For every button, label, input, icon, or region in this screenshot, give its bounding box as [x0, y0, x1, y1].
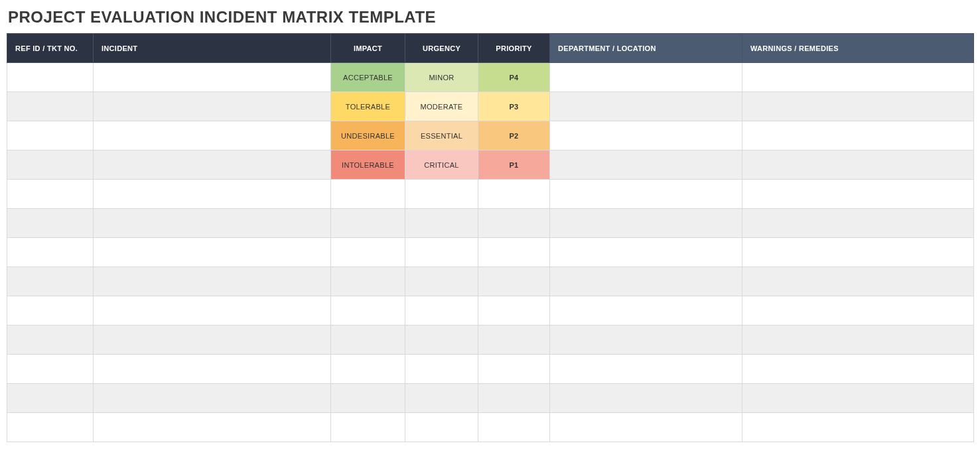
cell-ref[interactable] [7, 121, 94, 150]
col-incident: INCIDENT [94, 34, 331, 63]
cell-incident[interactable] [94, 355, 331, 384]
cell-impact[interactable] [331, 209, 405, 238]
cell-impact[interactable] [331, 326, 405, 355]
cell-ref[interactable] [7, 209, 94, 238]
cell-priority[interactable] [478, 413, 550, 442]
cell-department[interactable] [550, 384, 742, 413]
cell-impact[interactable] [331, 180, 405, 209]
cell-priority[interactable] [478, 267, 550, 296]
cell-incident[interactable] [94, 209, 331, 238]
cell-warnings[interactable] [742, 384, 974, 413]
cell-warnings[interactable] [742, 296, 974, 326]
cell-priority[interactable] [478, 209, 550, 238]
cell-ref[interactable] [7, 238, 94, 267]
cell-department[interactable] [550, 180, 742, 209]
cell-department[interactable] [550, 267, 742, 296]
cell-impact[interactable]: INTOLERABLE [331, 150, 405, 180]
cell-warnings[interactable] [742, 92, 974, 121]
cell-ref[interactable] [7, 296, 94, 326]
cell-priority[interactable] [478, 296, 550, 326]
cell-priority[interactable] [478, 355, 550, 384]
cell-ref[interactable] [7, 355, 94, 384]
cell-urgency[interactable] [405, 180, 478, 209]
cell-warnings[interactable] [742, 326, 974, 355]
cell-impact[interactable] [331, 355, 405, 384]
cell-department[interactable] [550, 326, 742, 355]
cell-department[interactable] [550, 121, 742, 150]
col-department: DEPARTMENT / LOCATION [550, 34, 742, 63]
cell-impact[interactable] [331, 267, 405, 296]
cell-incident[interactable] [94, 121, 331, 150]
cell-incident[interactable] [94, 150, 331, 180]
cell-department[interactable] [550, 355, 742, 384]
cell-urgency[interactable] [405, 209, 478, 238]
cell-ref[interactable] [7, 326, 94, 355]
cell-priority[interactable]: P4 [478, 63, 550, 92]
cell-urgency[interactable]: MODERATE [405, 92, 478, 121]
table-row: ACCEPTABLEMINORP4 [7, 63, 974, 92]
cell-ref[interactable] [7, 180, 94, 209]
cell-priority[interactable] [478, 238, 550, 267]
cell-warnings[interactable] [742, 209, 974, 238]
cell-urgency[interactable] [405, 238, 478, 267]
cell-warnings[interactable] [742, 63, 974, 92]
cell-department[interactable] [550, 92, 742, 121]
table-row [7, 180, 974, 209]
cell-incident[interactable] [94, 296, 331, 326]
table-row: INTOLERABLECRITICALP1 [7, 150, 974, 180]
cell-ref[interactable] [7, 267, 94, 296]
cell-incident[interactable] [94, 92, 331, 121]
col-priority: PRIORITY [478, 34, 550, 63]
cell-department[interactable] [550, 63, 742, 92]
cell-warnings[interactable] [742, 150, 974, 180]
cell-warnings[interactable] [742, 238, 974, 267]
cell-impact[interactable] [331, 238, 405, 267]
cell-incident[interactable] [94, 326, 331, 355]
cell-ref[interactable] [7, 413, 94, 442]
cell-urgency[interactable]: ESSENTIAL [405, 121, 478, 150]
cell-priority[interactable] [478, 180, 550, 209]
cell-warnings[interactable] [742, 355, 974, 384]
cell-department[interactable] [550, 413, 742, 442]
cell-priority[interactable]: P3 [478, 92, 550, 121]
cell-impact[interactable]: TOLERABLE [331, 92, 405, 121]
table-row [7, 413, 974, 442]
cell-department[interactable] [550, 209, 742, 238]
cell-incident[interactable] [94, 63, 331, 92]
cell-department[interactable] [550, 296, 742, 326]
cell-priority[interactable]: P2 [478, 121, 550, 150]
cell-incident[interactable] [94, 413, 331, 442]
cell-urgency[interactable] [405, 296, 478, 326]
cell-department[interactable] [550, 150, 742, 180]
cell-urgency[interactable]: CRITICAL [405, 150, 478, 180]
cell-urgency[interactable] [405, 355, 478, 384]
cell-warnings[interactable] [742, 413, 974, 442]
cell-ref[interactable] [7, 150, 94, 180]
cell-warnings[interactable] [742, 121, 974, 150]
cell-department[interactable] [550, 238, 742, 267]
cell-ref[interactable] [7, 384, 94, 413]
cell-urgency[interactable] [405, 384, 478, 413]
cell-impact[interactable]: ACCEPTABLE [331, 63, 405, 92]
cell-urgency[interactable] [405, 267, 478, 296]
cell-urgency[interactable] [405, 326, 478, 355]
cell-ref[interactable] [7, 92, 94, 121]
cell-impact[interactable] [331, 413, 405, 442]
cell-impact[interactable] [331, 296, 405, 326]
table-row: TOLERABLEMODERATEP3 [7, 92, 974, 121]
cell-priority[interactable] [478, 384, 550, 413]
cell-warnings[interactable] [742, 180, 974, 209]
table-row [7, 238, 974, 267]
cell-incident[interactable] [94, 384, 331, 413]
cell-impact[interactable]: UNDESIRABLE [331, 121, 405, 150]
cell-priority[interactable]: P1 [478, 150, 550, 180]
cell-urgency[interactable]: MINOR [405, 63, 478, 92]
cell-incident[interactable] [94, 238, 331, 267]
cell-incident[interactable] [94, 267, 331, 296]
cell-warnings[interactable] [742, 267, 974, 296]
cell-priority[interactable] [478, 326, 550, 355]
cell-incident[interactable] [94, 180, 331, 209]
cell-impact[interactable] [331, 384, 405, 413]
cell-ref[interactable] [7, 63, 94, 92]
cell-urgency[interactable] [405, 413, 478, 442]
